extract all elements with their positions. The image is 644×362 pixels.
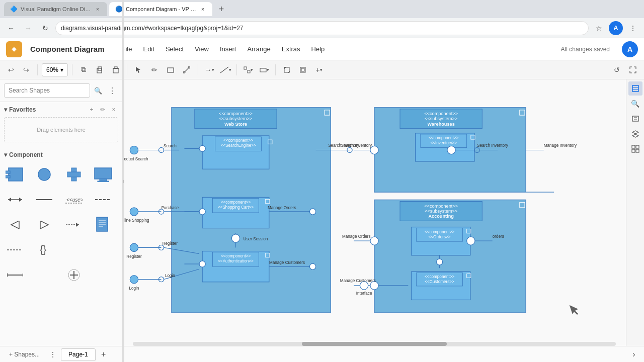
- shape-cross-node[interactable]: [63, 163, 85, 186]
- favorites-close-button[interactable]: ×: [109, 105, 118, 114]
- fit-page-button[interactable]: [280, 63, 294, 77]
- delete-button[interactable]: [109, 63, 123, 77]
- browser-menu-button[interactable]: ⋮: [626, 21, 640, 35]
- shape-circle-node[interactable]: [33, 163, 55, 186]
- undo-button[interactable]: ↩: [4, 63, 18, 77]
- canvas-area[interactable]: <<component>> <<subsystem>> Web Store <<…: [123, 79, 626, 346]
- svg-rect-173: [632, 85, 638, 92]
- shape-arrow-right[interactable]: [63, 214, 85, 236]
- scrollbar-thumb[interactable]: [302, 342, 447, 346]
- menu-file[interactable]: File: [117, 43, 137, 55]
- svg-rect-182: [636, 145, 639, 148]
- shape-triangle-right[interactable]: [33, 214, 55, 236]
- route-button[interactable]: ▾: [241, 63, 255, 77]
- add-shapes-button[interactable]: + Shapes...: [4, 349, 45, 360]
- scroll-right-button[interactable]: ›: [628, 348, 640, 360]
- menu-arrange[interactable]: Arrange: [242, 43, 275, 55]
- arrow-type-button[interactable]: → ▾: [202, 63, 216, 77]
- redo-button[interactable]: ↪: [19, 63, 33, 77]
- back-button[interactable]: ←: [4, 21, 18, 35]
- favorites-edit-button[interactable]: ✏: [98, 105, 107, 114]
- zoom-dropdown[interactable]: 60% ▾: [42, 63, 68, 76]
- new-tab-button[interactable]: +: [214, 2, 228, 16]
- svg-text:<<use>>: <<use>>: [66, 197, 83, 203]
- favorites-title[interactable]: ▾ Favorites: [4, 106, 36, 113]
- sidebar-menu-icon[interactable]: ⋮: [106, 84, 118, 97]
- component-section: ▾ Component: [0, 148, 122, 291]
- svg-marker-180: [632, 134, 638, 137]
- add-button[interactable]: + ▾: [312, 63, 326, 77]
- extras-panel-button[interactable]: [628, 142, 642, 156]
- tab2-close[interactable]: ×: [199, 6, 206, 13]
- shape-triangle-left[interactable]: [4, 214, 26, 236]
- shape-component-box[interactable]: [4, 163, 26, 186]
- paste-button[interactable]: [93, 63, 107, 77]
- svg-text:<<subsystem>>: <<subsystem>>: [425, 209, 457, 214]
- search-icon[interactable]: 🔍: [92, 84, 104, 97]
- frame-button[interactable]: [296, 63, 310, 77]
- properties-panel-button[interactable]: [628, 112, 642, 126]
- shape-document[interactable]: [92, 214, 114, 236]
- shape-monitor-node[interactable]: [92, 163, 114, 186]
- menu-select[interactable]: Select: [160, 43, 189, 55]
- search-panel-button[interactable]: 🔍: [628, 97, 642, 111]
- menu-view[interactable]: View: [190, 43, 214, 55]
- refresh-button[interactable]: ↻: [38, 21, 52, 35]
- bottom-right: ›: [628, 348, 640, 360]
- svg-text:Web Store: Web Store: [224, 122, 247, 127]
- address-bar[interactable]: diagrams.visual-paradigm.com/#workspace=…: [55, 21, 589, 35]
- favorites-add-button[interactable]: +: [87, 105, 96, 114]
- shape-dashed-line[interactable]: [92, 189, 114, 211]
- refresh-diagram-button[interactable]: ↺: [610, 63, 624, 77]
- waypoint-button[interactable]: ▾: [257, 63, 271, 77]
- shape-use-case-extend[interactable]: <<use>>: [63, 189, 85, 211]
- horizontal-scrollbar[interactable]: [133, 342, 616, 346]
- tab1-title: Visual Paradigm Online Diagram: [21, 6, 91, 12]
- svg-text:User Session: User Session: [244, 237, 268, 241]
- bottom-menu-button[interactable]: ⋮: [47, 348, 59, 360]
- forward-button[interactable]: →: [21, 21, 35, 35]
- page-tab-1[interactable]: Page-1: [61, 348, 96, 360]
- header-user-avatar[interactable]: A: [622, 41, 638, 57]
- shape-braces[interactable]: {}: [33, 239, 55, 261]
- svg-text:Search Inventory: Search Inventory: [477, 143, 509, 148]
- style-panel-button[interactable]: [628, 81, 642, 96]
- bottom-left: + Shapes... ⋮: [4, 348, 59, 360]
- main-content: 🔍 ⋮ ▾ Favorites + ✏ × Drag e: [0, 79, 644, 346]
- tab-1[interactable]: 🔷 Visual Paradigm Online Diagram ×: [4, 2, 107, 16]
- menu-edit[interactable]: Edit: [138, 43, 159, 55]
- shape-dashed-arrow[interactable]: [4, 239, 26, 261]
- menu-insert[interactable]: Insert: [215, 43, 242, 55]
- rect-button[interactable]: [164, 63, 178, 77]
- fullscreen-button[interactable]: [626, 63, 640, 77]
- shape-arrow-left-right[interactable]: [4, 189, 26, 211]
- svg-text:Online Shopping: Online Shopping: [123, 218, 149, 223]
- menu-extras[interactable]: Extras: [277, 43, 305, 55]
- add-page-button[interactable]: +: [98, 348, 110, 360]
- svg-text:<<component>>: <<component>>: [424, 111, 458, 116]
- tab1-close[interactable]: ×: [94, 6, 101, 13]
- connect-button[interactable]: [180, 63, 194, 77]
- shape-line-connector[interactable]: [4, 264, 26, 286]
- menu-help[interactable]: Help: [306, 43, 330, 55]
- svg-text:<<subsystem>>: <<subsystem>>: [219, 116, 252, 121]
- component-title[interactable]: ▾ Component: [4, 151, 43, 158]
- menu-bar: File Edit Select View Insert Arrange Ext…: [117, 43, 330, 55]
- shape-add-more[interactable]: [63, 264, 85, 286]
- svg-rect-25: [6, 175, 10, 178]
- shape-horizontal-line[interactable]: [33, 189, 55, 211]
- svg-marker-42: [76, 223, 79, 227]
- copy-button[interactable]: ⧉: [76, 63, 91, 77]
- search-input[interactable]: [4, 83, 90, 98]
- add-shapes-label: + Shapes...: [9, 351, 40, 358]
- sidebar-divider[interactable]: · · ·: [122, 79, 124, 346]
- layers-panel-button[interactable]: [628, 127, 642, 141]
- bookmark-button[interactable]: ☆: [592, 21, 606, 35]
- pointer-button[interactable]: [131, 63, 145, 77]
- pen-button[interactable]: ✏: [147, 63, 162, 77]
- svg-point-105: [130, 243, 138, 251]
- bottom-bar: + Shapes... ⋮ Page-1 + ›: [0, 346, 644, 362]
- line-type-button[interactable]: ▾: [218, 63, 232, 77]
- browser-user-avatar[interactable]: A: [609, 21, 623, 35]
- tab-2[interactable]: 🔵 Component Diagram - VP Online ×: [109, 2, 212, 16]
